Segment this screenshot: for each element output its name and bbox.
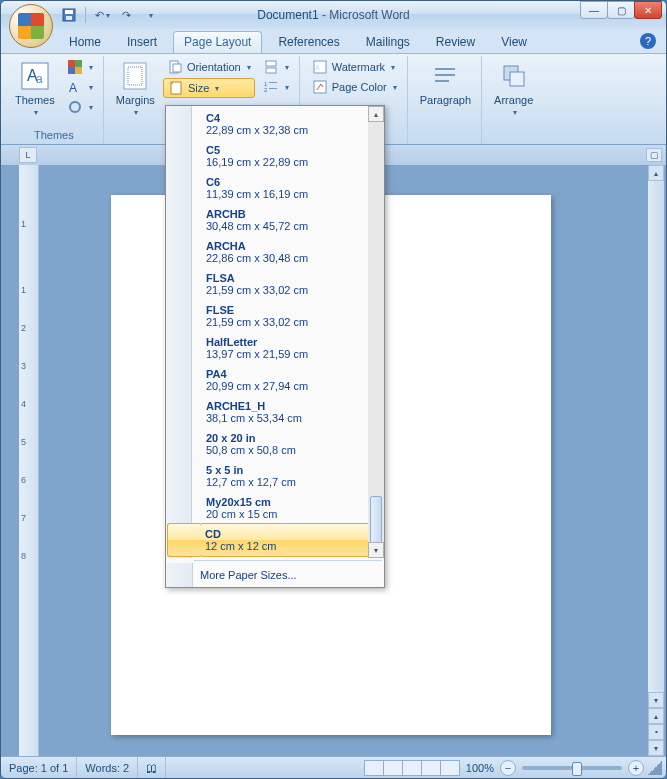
size-option-dimensions: 20 cm x 15 cm [206, 508, 376, 520]
size-option[interactable]: ARCHE1_H38,1 cm x 53,34 cm [200, 396, 384, 428]
dropdown-scrollbar[interactable]: ▴ ▾ [368, 106, 384, 558]
size-option[interactable]: FLSE21,59 cm x 33,02 cm [200, 300, 384, 332]
svg-rect-18 [266, 68, 276, 73]
view-outline-button[interactable] [421, 760, 441, 776]
maximize-button[interactable]: ▢ [607, 1, 635, 19]
scroll-down-icon[interactable]: ▾ [648, 692, 664, 708]
vertical-ruler[interactable]: 1 1 2 3 4 5 6 7 8 [19, 165, 39, 756]
vertical-scrollbar[interactable]: ▴ ▾ ▴ ∘ ▾ [648, 165, 664, 756]
size-option[interactable]: CD12 cm x 12 cm [199, 523, 384, 557]
arrange-button[interactable]: Arrange ▾ [490, 58, 537, 119]
size-option[interactable]: 5 x 5 in12,7 cm x 12,7 cm [200, 460, 384, 492]
svg-text:2: 2 [264, 87, 268, 93]
office-button[interactable] [9, 4, 53, 48]
svg-rect-1 [65, 10, 73, 14]
close-button[interactable]: ✕ [634, 1, 662, 19]
more-paper-sizes-item[interactable]: More Paper Sizes... [166, 563, 384, 587]
zoom-out-button[interactable]: − [500, 760, 516, 776]
ruler-toggle-icon[interactable]: ▢ [646, 148, 662, 162]
size-option-name: 5 x 5 in [206, 464, 376, 476]
size-option-dimensions: 20,99 cm x 27,94 cm [206, 380, 376, 392]
view-print-layout-button[interactable] [364, 760, 384, 776]
browse-object-icon[interactable]: ∘ [648, 724, 664, 740]
arrange-icon [498, 60, 530, 92]
help-icon[interactable]: ? [640, 33, 656, 49]
size-option[interactable]: ARCHA22,86 cm x 30,48 cm [200, 236, 384, 268]
scroll-track[interactable] [648, 181, 664, 692]
scroll-up-icon[interactable]: ▴ [368, 106, 384, 122]
tab-page-layout[interactable]: Page Layout [173, 31, 262, 53]
paragraph-button[interactable]: Paragraph [416, 58, 475, 108]
prev-page-icon[interactable]: ▴ [648, 708, 664, 724]
window-controls: — ▢ ✕ [581, 1, 662, 19]
size-option-name: ARCHE1_H [206, 400, 376, 412]
svg-rect-6 [68, 60, 75, 67]
view-draft-button[interactable] [440, 760, 460, 776]
size-option[interactable]: 20 x 20 in50,8 cm x 50,8 cm [200, 428, 384, 460]
next-page-icon[interactable]: ▾ [648, 740, 664, 756]
breaks-button[interactable]: ▾ [259, 58, 293, 76]
page-color-button[interactable]: Page Color▾ [308, 78, 401, 96]
redo-icon[interactable]: ↷ [116, 5, 136, 25]
size-option[interactable]: My20x15 cm20 cm x 15 cm [200, 492, 384, 524]
ruler-tick: 3 [21, 361, 26, 371]
colors-icon [67, 59, 83, 75]
size-option[interactable]: ARCHB30,48 cm x 45,72 cm [200, 204, 384, 236]
svg-rect-26 [435, 68, 455, 70]
watermark-button[interactable]: AWatermark▾ [308, 58, 401, 76]
orientation-icon [167, 59, 183, 75]
size-option[interactable]: PA420,99 cm x 27,94 cm [200, 364, 384, 396]
status-language[interactable]: 🕮 [138, 757, 166, 778]
tab-selector[interactable]: L [19, 147, 37, 163]
watermark-icon: A [312, 59, 328, 75]
size-option-name: FLSE [206, 304, 376, 316]
size-option[interactable]: C422,89 cm x 32,38 cm [200, 108, 384, 140]
size-option-name: ARCHA [206, 240, 376, 252]
zoom-slider[interactable] [522, 766, 622, 770]
themes-button[interactable]: Aa Themes ▾ [11, 58, 59, 119]
quick-access-toolbar: ↶▾ ↷ ▾ [59, 5, 160, 25]
tab-home[interactable]: Home [59, 32, 111, 53]
tab-view[interactable]: View [491, 32, 537, 53]
size-option-dimensions: 11,39 cm x 16,19 cm [206, 188, 376, 200]
size-list: C422,89 cm x 32,38 cmC516,19 cm x 22,89 … [166, 106, 384, 558]
theme-effects-button[interactable]: ▾ [63, 98, 97, 116]
size-button[interactable]: Size▾ [163, 78, 255, 98]
save-icon[interactable] [59, 5, 79, 25]
svg-rect-9 [75, 67, 82, 74]
margins-button[interactable]: Margins ▾ [112, 58, 159, 119]
svg-rect-2 [66, 16, 72, 20]
qat-customize-icon[interactable]: ▾ [140, 5, 160, 25]
status-words[interactable]: Words: 2 [77, 757, 138, 778]
tab-insert[interactable]: Insert [117, 32, 167, 53]
size-option-name: My20x15 cm [206, 496, 376, 508]
size-option[interactable]: HalfLetter13,97 cm x 21,59 cm [200, 332, 384, 364]
zoom-value[interactable]: 100% [466, 762, 494, 774]
size-option[interactable]: C611,39 cm x 16,19 cm [200, 172, 384, 204]
view-web-layout-button[interactable] [402, 760, 422, 776]
size-option-name: HalfLetter [206, 336, 376, 348]
size-option-name: PA4 [206, 368, 376, 380]
theme-fonts-button[interactable]: A▾ [63, 78, 97, 96]
zoom-in-button[interactable]: + [628, 760, 644, 776]
line-numbers-button[interactable]: 12▾ [259, 78, 293, 96]
size-option[interactable]: FLSA21,59 cm x 33,02 cm [200, 268, 384, 300]
svg-rect-17 [266, 61, 276, 66]
size-option-dimensions: 50,8 cm x 50,8 cm [206, 444, 376, 456]
chevron-down-icon: ▾ [513, 108, 517, 117]
resize-grip-icon[interactable] [648, 761, 662, 775]
fonts-icon: A [67, 79, 83, 95]
tab-mailings[interactable]: Mailings [356, 32, 420, 53]
svg-text:a: a [36, 72, 43, 86]
undo-icon[interactable]: ↶▾ [92, 5, 112, 25]
size-option[interactable]: C516,19 cm x 22,89 cm [200, 140, 384, 172]
scroll-up-icon[interactable]: ▴ [648, 165, 664, 181]
scroll-down-icon[interactable]: ▾ [368, 542, 384, 558]
view-full-screen-button[interactable] [383, 760, 403, 776]
tab-references[interactable]: References [268, 32, 349, 53]
orientation-button[interactable]: Orientation▾ [163, 58, 255, 76]
tab-review[interactable]: Review [426, 32, 485, 53]
theme-colors-button[interactable]: ▾ [63, 58, 97, 76]
status-page[interactable]: Page: 1 of 1 [1, 757, 77, 778]
minimize-button[interactable]: — [580, 1, 608, 19]
